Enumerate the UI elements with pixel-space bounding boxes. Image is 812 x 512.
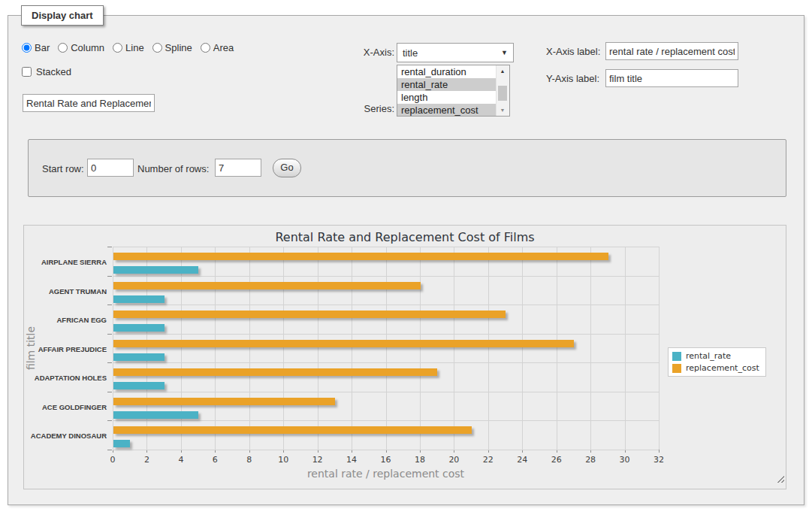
x-gridline: [625, 247, 626, 450]
legend-label-rental_rate: rental_rate: [686, 351, 731, 361]
series-option-length[interactable]: length: [397, 91, 497, 104]
x-tick-label: 20: [442, 455, 465, 465]
x-tick-label: 24: [511, 455, 533, 465]
x-gridline: [386, 247, 387, 450]
x-gridline: [352, 247, 352, 450]
category-label: AFRICAN EGG: [26, 316, 107, 324]
bar-rental_rate: [113, 411, 198, 419]
y-gridline: [113, 334, 659, 335]
y-gridline: [113, 304, 659, 305]
chart-type-radio-area[interactable]: [201, 43, 210, 53]
series-listbox-options: rental_durationrental_ratelengthreplacem…: [397, 65, 509, 117]
chart-type-radio-line[interactable]: [113, 43, 122, 53]
chart-type-option-line[interactable]: Line: [113, 42, 144, 53]
stacked-label: Stacked: [36, 66, 71, 77]
go-button[interactable]: Go: [273, 159, 301, 177]
chart-type-option-label: Area: [213, 42, 234, 53]
x-gridline: [113, 247, 113, 450]
chart-type-radio-bar[interactable]: [22, 43, 32, 53]
chart-type-option-column[interactable]: Column: [58, 42, 104, 53]
legend-item-rental_rate: rental_rate: [672, 351, 759, 361]
x-tick-label: 14: [340, 455, 363, 465]
x-axis-label-input[interactable]: [605, 42, 738, 60]
bar-replacement_cost: [113, 311, 506, 318]
chart-type-option-bar[interactable]: Bar: [22, 42, 50, 53]
x-tick-label: 4: [170, 455, 192, 465]
y-gridline: [113, 362, 659, 363]
legend-swatch-replacement_cost: [672, 364, 681, 373]
chart-type-option-label: Line: [125, 42, 144, 53]
x-tick-label: 12: [306, 455, 329, 465]
y-tick-mark: [107, 450, 112, 450]
x-axis-select[interactable]: title ▼: [397, 43, 514, 62]
x-gridline: [522, 247, 523, 450]
x-axis-select-label: X-Axis:: [323, 47, 394, 58]
y-tick-mark: [107, 334, 112, 335]
chart-x-axis-title: rental rate / replacement cost: [113, 468, 659, 480]
x-tick-label: 16: [375, 455, 397, 465]
y-tick-mark: [107, 304, 112, 305]
x-gridline: [249, 247, 250, 450]
page: Display chart BarColumnLineSplineArea St…: [0, 0, 812, 512]
bar-rental_rate: [113, 382, 165, 389]
stacked-checkbox[interactable]: [22, 67, 32, 77]
chart-type-radio-spline[interactable]: [152, 43, 162, 53]
category-label: ADAPTATION HOLES: [26, 374, 107, 382]
chart-title: Rental Rate and Replacement Cost of Film…: [24, 230, 786, 244]
number-of-rows-input[interactable]: [215, 159, 261, 177]
y-gridline: [113, 247, 659, 247]
chart-title-input[interactable]: [23, 94, 155, 112]
chevron-down-icon: ▼: [501, 49, 508, 56]
x-gridline: [283, 247, 284, 450]
scroll-down-icon[interactable]: ▼: [497, 105, 509, 116]
category-label: AIRPLANE SIERRA: [26, 258, 107, 266]
start-row-label: Start row:: [42, 163, 84, 174]
category-label: AGENT TRUMAN: [26, 287, 107, 295]
series-option-rental_rate[interactable]: rental_rate: [397, 78, 497, 91]
stacked-option[interactable]: Stacked: [22, 66, 71, 77]
bar-replacement_cost: [113, 368, 437, 376]
chart-type-option-label: Bar: [35, 42, 50, 53]
bar-replacement_cost: [113, 253, 608, 260]
x-tick-label: 2: [135, 455, 158, 465]
bar-replacement_cost: [113, 426, 472, 434]
x-tick-label: 28: [579, 455, 602, 465]
y-tick-mark: [107, 247, 112, 247]
legend-label-replacement_cost: replacement_cost: [686, 363, 759, 373]
bar-rental_rate: [113, 324, 165, 332]
listbox-scrollbar[interactable]: ▲ ▼: [496, 65, 509, 116]
x-gridline: [146, 247, 147, 450]
x-tick-label: 10: [272, 455, 294, 465]
x-gridline: [454, 247, 454, 450]
y-tick-mark: [107, 276, 112, 277]
bar-replacement_cost: [113, 398, 335, 405]
x-gridline: [590, 247, 591, 450]
start-row-input[interactable]: [87, 159, 134, 177]
scrollbar-thumb[interactable]: [498, 86, 507, 101]
x-gridline: [318, 247, 318, 450]
y-axis-label-input[interactable]: [605, 69, 738, 87]
x-gridline: [420, 247, 421, 450]
y-gridline: [113, 450, 659, 450]
number-of-rows-label: Number of rows:: [137, 163, 209, 174]
plot-area: rental rate / replacement cost 024681012…: [113, 247, 659, 450]
chart-legend: rental_ratereplacement_cost: [668, 347, 766, 377]
resize-handle-icon[interactable]: [775, 474, 784, 483]
bar-rental_rate: [113, 353, 165, 361]
x-gridline: [659, 247, 660, 450]
x-gridline: [181, 247, 182, 450]
series-option-replacement_cost[interactable]: replacement_cost: [397, 104, 497, 117]
y-gridline: [113, 276, 659, 277]
y-gridline: [113, 392, 659, 392]
chart-type-option-spline[interactable]: Spline: [152, 42, 192, 53]
y-tick-mark: [107, 420, 112, 421]
series-listbox[interactable]: rental_durationrental_ratelengthreplacem…: [397, 65, 510, 117]
rows-form-panel: Start row: Number of rows: Go: [28, 139, 786, 197]
series-option-rental_duration[interactable]: rental_duration: [397, 65, 497, 78]
chart-type-option-area[interactable]: Area: [201, 42, 234, 53]
scroll-up-icon[interactable]: ▲: [497, 65, 509, 77]
bar-rental_rate: [113, 266, 198, 274]
x-tick-label: 18: [409, 455, 431, 465]
chart-type-radio-column[interactable]: [58, 43, 68, 53]
bar-replacement_cost: [113, 282, 421, 289]
